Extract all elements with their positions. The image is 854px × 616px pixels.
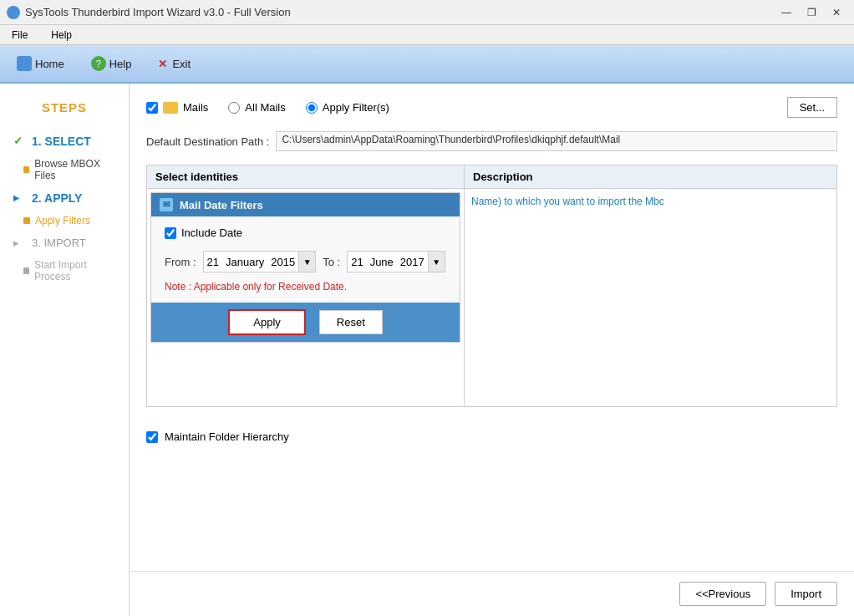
panel-right: Description Name) to which you want to i… [465, 165, 836, 406]
options-row: Mails All Mails Apply Filter(s) Set... [146, 97, 837, 118]
select-label: 1. SELECT [32, 135, 91, 148]
date-range-row: From : 21 January 2015 ▼ To : 21 June [165, 251, 446, 272]
bottom-section: Maintain Folder Hierarchy [146, 420, 837, 453]
from-year: 2015 [267, 254, 298, 270]
exit-button[interactable]: ✕ Exit [151, 54, 197, 74]
main-layout: STEPS ✓ 1. SELECT Browse MBOX Files ▸ 2.… [0, 84, 854, 616]
app-title: SysTools Thunderbird Import Wizard v3.0 … [25, 6, 291, 18]
app-logo [7, 6, 20, 19]
sidebar: STEPS ✓ 1. SELECT Browse MBOX Files ▸ 2.… [0, 84, 130, 616]
menu-bar: File Help [0, 25, 854, 45]
mails-checkbox-label[interactable]: Mails [146, 101, 208, 114]
filter-icon: ✉ [160, 198, 173, 211]
startimport-label: Start Import Process [34, 259, 115, 283]
apply-filters-radio-label[interactable]: Apply Filter(s) [306, 101, 389, 114]
content-area: Mails All Mails Apply Filter(s) Set... D… [130, 84, 854, 616]
include-date-text: Include Date [181, 227, 242, 239]
from-day: 21 [204, 254, 222, 270]
panel-left-header: Select identities [147, 165, 464, 189]
applyfilters-label: Apply Filters [35, 215, 90, 227]
steps-title: STEPS [0, 100, 129, 115]
import-arrow-icon: ▸ [13, 237, 27, 249]
browse-label: Browse MBOX Files [34, 158, 115, 181]
maintain-hierarchy-checkbox[interactable] [146, 431, 158, 443]
apply-arrow-icon: ▸ [13, 191, 27, 204]
to-month: June [367, 254, 397, 270]
home-icon [17, 56, 32, 71]
filter-footer: Apply Reset [151, 303, 460, 342]
all-mails-radio-label[interactable]: All Mails [228, 101, 285, 114]
title-bar: SysTools Thunderbird Import Wizard v3.0 … [0, 0, 854, 25]
menu-help[interactable]: Help [46, 28, 77, 43]
from-month: January [222, 254, 267, 270]
to-date-input[interactable]: 21 June 2017 ▼ [347, 251, 445, 272]
applyfilters-dot-icon [23, 217, 30, 224]
help-label: Help [109, 58, 132, 70]
filter-title: Mail Date Filters [180, 199, 263, 211]
toolbar: Home ? Help ✕ Exit [0, 45, 854, 84]
sidebar-item-apply[interactable]: ▸ 2. APPLY [0, 185, 129, 211]
to-label: To : [323, 256, 340, 268]
maintain-hierarchy-text: Maintain Folder Hierarchy [165, 430, 289, 443]
import-label: 3. IMPORT [32, 237, 86, 249]
panel-row: Select identities ✉ Mail Date Filters In… [146, 165, 837, 407]
to-day: 21 [348, 254, 366, 270]
sidebar-item-select[interactable]: ✓ 1. SELECT [0, 128, 129, 155]
all-mails-label: All Mails [245, 101, 285, 114]
all-mails-radio[interactable] [228, 102, 240, 114]
to-date-dropdown[interactable]: ▼ [428, 252, 445, 272]
from-date-dropdown[interactable]: ▼ [298, 252, 315, 272]
folder-icon [163, 102, 178, 114]
import-button[interactable]: Import [775, 582, 837, 606]
destination-row: Default Destination Path : C:\Users\admi… [146, 131, 837, 151]
filter-header: ✉ Mail Date Filters [151, 193, 460, 216]
from-date-input[interactable]: 21 January 2015 ▼ [203, 251, 317, 272]
set-button[interactable]: Set... [787, 97, 837, 118]
sidebar-item-startimport[interactable]: Start Import Process [0, 256, 129, 286]
browse-dot-icon [23, 166, 29, 173]
filter-body: Include Date From : 21 January 2015 ▼ [151, 216, 460, 303]
panel-right-header: Description [465, 165, 836, 189]
reset-button[interactable]: Reset [319, 310, 383, 334]
startimport-dot-icon [23, 267, 29, 274]
sidebar-item-applyfilters[interactable]: Apply Filters [0, 211, 129, 230]
filter-box: ✉ Mail Date Filters Include Date From : [150, 192, 460, 343]
include-date-row: Include Date [165, 227, 446, 239]
help-button[interactable]: ? Help [84, 53, 139, 74]
include-date-label[interactable]: Include Date [165, 227, 242, 239]
panel-left: Select identities ✉ Mail Date Filters In… [147, 165, 465, 406]
to-year: 2017 [397, 254, 428, 270]
maintain-hierarchy-label[interactable]: Maintain Folder Hierarchy [146, 430, 837, 443]
apply-button[interactable]: Apply [228, 309, 306, 335]
dest-label: Default Destination Path : [146, 135, 269, 148]
panel-right-text: Name) to which you want to import the Mb… [465, 189, 836, 214]
select-check-icon: ✓ [13, 135, 27, 147]
close-button[interactable]: ✕ [826, 4, 847, 21]
sidebar-item-browse[interactable]: Browse MBOX Files [0, 155, 129, 185]
mails-checkbox[interactable] [146, 102, 158, 114]
exit-label: Exit [172, 58, 191, 70]
home-label: Home [35, 58, 64, 70]
bottom-buttons: <<Previous Import [130, 571, 854, 616]
window-controls: — ❐ ✕ [775, 4, 847, 21]
from-label: From : [165, 256, 196, 268]
note-text: Note : Applicable only for Received Date… [165, 281, 446, 293]
menu-file[interactable]: File [7, 28, 33, 43]
include-date-checkbox[interactable] [165, 227, 176, 239]
minimize-button[interactable]: — [775, 4, 797, 21]
maximize-button[interactable]: ❐ [801, 4, 822, 21]
dest-path-value: C:\Users\admin\AppData\Roaming\Thunderbi… [276, 131, 837, 151]
sidebar-item-import[interactable]: ▸ 3. IMPORT [0, 230, 129, 256]
home-button[interactable]: Home [10, 53, 71, 74]
mails-label: Mails [183, 101, 208, 114]
apply-filters-radio[interactable] [306, 102, 318, 114]
exit-icon: ✕ [158, 58, 167, 70]
apply-label: 2. APPLY [32, 191, 82, 205]
apply-filters-label: Apply Filter(s) [323, 101, 389, 114]
help-icon: ? [91, 56, 106, 71]
previous-button[interactable]: <<Previous [679, 582, 766, 606]
